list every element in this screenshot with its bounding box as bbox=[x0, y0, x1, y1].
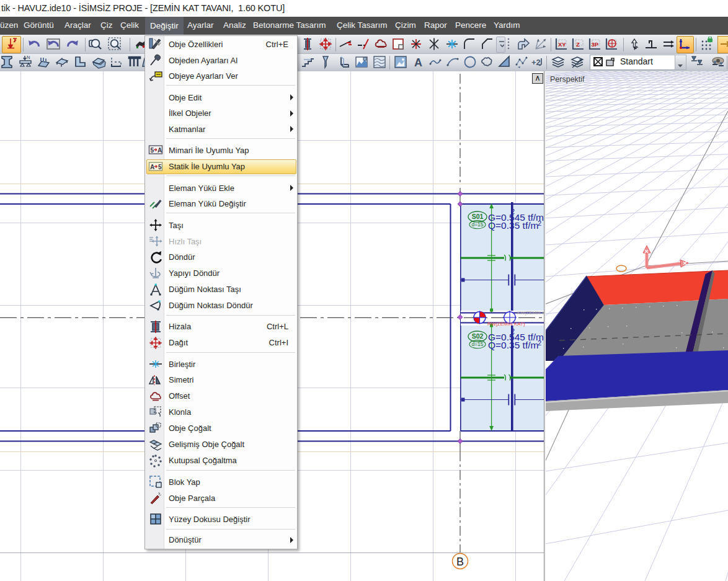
svg-text:Perspektif: Perspektif bbox=[550, 75, 585, 84]
svg-text:Z: Z bbox=[576, 41, 580, 48]
svg-text:3P: 3P bbox=[592, 41, 599, 48]
svg-text:S02: S02 bbox=[472, 332, 484, 340]
svg-text:Q=0.35 tf/m: Q=0.35 tf/m bbox=[488, 340, 538, 350]
svg-text:Q=0.35 tf/m: Q=0.35 tf/m bbox=[488, 220, 538, 231]
svg-text:5: 5 bbox=[151, 147, 154, 154]
svg-text:d=15: d=15 bbox=[471, 221, 483, 228]
svg-text:5: 5 bbox=[158, 164, 162, 171]
svg-text:2: 2 bbox=[538, 220, 541, 227]
svg-text:2: 2 bbox=[511, 327, 515, 335]
svg-text:A: A bbox=[158, 147, 162, 154]
svg-text:RW(ZEMIN KAT): RW(ZEMIN KAT) bbox=[487, 321, 525, 327]
svg-text:2: 2 bbox=[511, 208, 515, 215]
svg-text:A: A bbox=[414, 56, 422, 69]
svg-text:XY: XY bbox=[558, 41, 566, 48]
svg-text:2: 2 bbox=[538, 339, 541, 347]
svg-text:S01: S01 bbox=[472, 213, 484, 220]
svg-text:d=15: d=15 bbox=[471, 341, 483, 347]
svg-text:B: B bbox=[456, 556, 464, 568]
svg-text:A: A bbox=[150, 164, 154, 171]
svg-text:KW(ZEMIN KAT: KW(ZEMIN KAT bbox=[517, 310, 544, 316]
svg-text:N: N bbox=[27, 55, 30, 60]
